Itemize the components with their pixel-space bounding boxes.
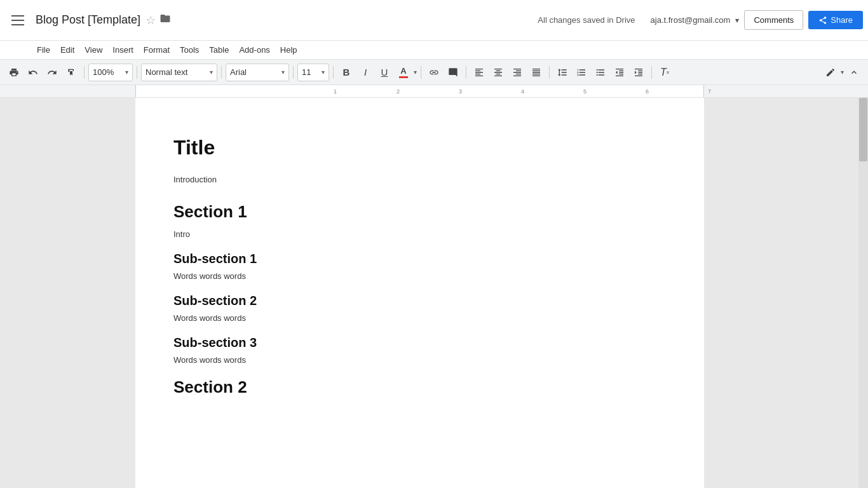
- menu-bar: File Edit View Insert Format Tools Table…: [0, 41, 868, 60]
- top-bar: Blog Post [Template] ☆ All changes saved…: [0, 0, 868, 41]
- document-container[interactable]: Title Introduction Section 1 Intro Sub-s…: [135, 98, 704, 488]
- doc-subsection3-heading[interactable]: Sub-section 3: [173, 336, 666, 350]
- font-arrow-icon: ▾: [281, 69, 285, 76]
- decrease-indent-button[interactable]: [611, 64, 628, 81]
- size-arrow-icon: ▾: [322, 69, 325, 76]
- clear-formatting-button[interactable]: Tx: [656, 64, 674, 81]
- style-arrow-icon: ▾: [210, 69, 213, 76]
- italic-button[interactable]: I: [356, 64, 374, 81]
- ruler-mark-6: 6: [646, 88, 649, 95]
- underline-button[interactable]: U: [376, 64, 393, 81]
- numbered-list-button[interactable]: [573, 64, 590, 81]
- autosave-status: All changes saved in Drive: [538, 15, 635, 25]
- doc-section2-heading[interactable]: Section 2: [173, 377, 666, 397]
- ruler-mark-2: 2: [397, 88, 400, 95]
- separator-3: [221, 66, 222, 79]
- align-right-button[interactable]: [508, 64, 526, 81]
- redo-button[interactable]: [43, 64, 61, 81]
- editing-mode-arrow[interactable]: ▾: [841, 69, 844, 76]
- editing-mode-button[interactable]: [822, 64, 839, 81]
- star-icon[interactable]: ☆: [146, 13, 156, 27]
- scrollbar-thumb[interactable]: [859, 98, 867, 161]
- menu-edit[interactable]: Edit: [55, 45, 79, 55]
- ruler-numbers: 1 2 3 4 5 6 7: [271, 85, 539, 97]
- doc-subsection3-body[interactable]: Words words words: [173, 355, 666, 365]
- share-label: Share: [831, 15, 853, 25]
- ruler-mark-5: 5: [583, 88, 587, 95]
- ruler-mark-1: 1: [334, 88, 337, 95]
- doc-subsection1-body[interactable]: Words words words: [173, 271, 666, 281]
- menu-insert[interactable]: Insert: [107, 45, 139, 55]
- ruler-mark-4: 4: [521, 88, 524, 95]
- line-spacing-button[interactable]: [553, 64, 571, 81]
- share-button[interactable]: Share: [808, 11, 863, 29]
- comments-button[interactable]: Comments: [744, 10, 803, 30]
- doc-title-area: Blog Post [Template] ☆: [36, 13, 538, 27]
- app-menu-button[interactable]: [5, 8, 31, 33]
- font-color-button[interactable]: A: [395, 64, 412, 81]
- doc-subsection2-body[interactable]: Words words words: [173, 313, 666, 323]
- folder-icon[interactable]: [159, 13, 171, 27]
- document-title[interactable]: Blog Post [Template]: [36, 13, 140, 27]
- user-email: aja.t.frost@gmail.com: [651, 15, 731, 25]
- separator-7: [466, 66, 466, 79]
- user-area: All changes saved in Drive aja.t.frost@g…: [538, 10, 863, 30]
- undo-button[interactable]: [24, 64, 42, 81]
- main-area: Title Introduction Section 1 Intro Sub-s…: [0, 98, 868, 488]
- ruler-track: 1 2 3 4 5 6 7: [135, 85, 704, 97]
- menu-file[interactable]: File: [32, 45, 55, 55]
- menu-tools[interactable]: Tools: [175, 45, 204, 55]
- separator-1: [84, 66, 85, 79]
- link-button[interactable]: [425, 64, 443, 81]
- doc-section1-heading[interactable]: Section 1: [173, 202, 666, 222]
- doc-introduction[interactable]: Introduction: [173, 175, 666, 184]
- menu-format[interactable]: Format: [139, 45, 175, 55]
- ruler-mark-3: 3: [459, 88, 462, 95]
- menu-addons[interactable]: Add-ons: [234, 45, 275, 55]
- doc-heading-title[interactable]: Title: [173, 136, 666, 159]
- print-button[interactable]: [5, 64, 23, 81]
- bullet-list-button[interactable]: [592, 64, 609, 81]
- user-dropdown-icon[interactable]: ▾: [735, 16, 739, 25]
- comment-button[interactable]: [444, 64, 462, 81]
- justify-button[interactable]: [527, 64, 545, 81]
- menu-help[interactable]: Help: [275, 45, 302, 55]
- separator-9: [651, 66, 652, 79]
- menu-view[interactable]: View: [79, 45, 107, 55]
- zoom-dropdown[interactable]: 100% ▾: [88, 64, 133, 81]
- expand-toolbar-button[interactable]: [845, 64, 863, 81]
- font-dropdown[interactable]: Arial ▾: [226, 64, 289, 81]
- menu-table[interactable]: Table: [204, 45, 234, 55]
- doc-subsection2-heading[interactable]: Sub-section 2: [173, 294, 666, 308]
- doc-subsection1-heading[interactable]: Sub-section 1: [173, 252, 666, 266]
- separator-5: [333, 66, 334, 79]
- separator-8: [549, 66, 550, 79]
- separator-2: [137, 66, 137, 79]
- separator-6: [421, 66, 421, 79]
- align-left-button[interactable]: [470, 64, 488, 81]
- font-size-dropdown[interactable]: 11 ▾: [297, 64, 329, 81]
- bold-button[interactable]: B: [337, 64, 355, 81]
- document[interactable]: Title Introduction Section 1 Intro Sub-s…: [135, 98, 704, 488]
- toolbar: 100% ▾ Normal text ▾ Arial ▾ 11 ▾ B I U …: [0, 60, 868, 85]
- right-margin: [704, 98, 868, 488]
- separator-4: [293, 66, 294, 79]
- left-margin: [0, 98, 135, 488]
- align-center-button[interactable]: [489, 64, 507, 81]
- increase-indent-button[interactable]: [630, 64, 648, 81]
- paint-format-button[interactable]: [62, 64, 80, 81]
- ruler-mark-7: 7: [708, 88, 711, 95]
- doc-section1-intro[interactable]: Intro: [173, 229, 666, 239]
- zoom-arrow-icon: ▾: [125, 69, 128, 76]
- scrollbar[interactable]: [858, 98, 868, 488]
- style-dropdown[interactable]: Normal text ▾: [141, 64, 217, 81]
- ruler: 1 2 3 4 5 6 7: [0, 85, 868, 98]
- font-color-arrow-icon[interactable]: ▾: [414, 69, 417, 76]
